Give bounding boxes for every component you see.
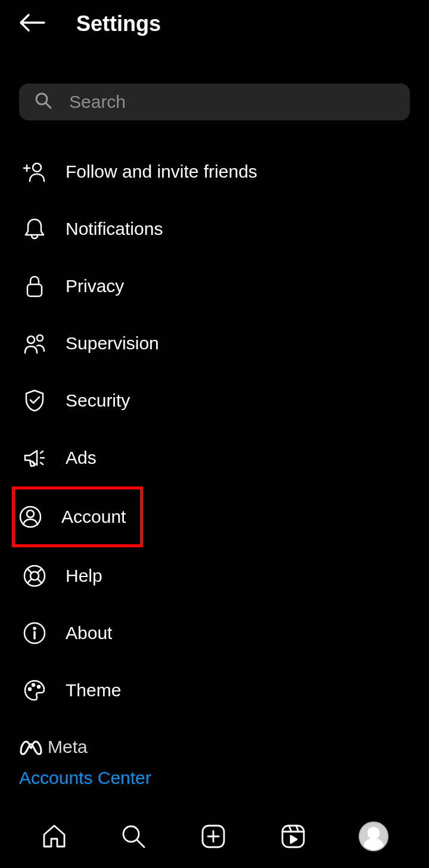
people-icon: [21, 330, 48, 356]
search-container: [19, 83, 410, 120]
search-icon: [120, 823, 147, 850]
meta-icon: [19, 739, 43, 755]
person-add-icon: [21, 159, 48, 185]
svg-point-3: [27, 336, 35, 343]
accounts-center-link[interactable]: Accounts Center: [19, 768, 410, 788]
svg-point-1: [33, 163, 41, 172]
shield-icon: [21, 388, 48, 414]
page-title: Settings: [76, 11, 161, 36]
meta-brand-text: Meta: [48, 737, 88, 757]
menu-label: Ads: [66, 448, 97, 468]
svg-point-11: [29, 688, 31, 690]
search-icon: [35, 92, 52, 112]
lifebuoy-icon: [21, 563, 48, 589]
svg-point-10: [34, 628, 36, 630]
meta-brand: Meta: [19, 737, 410, 757]
menu-item-about[interactable]: About: [19, 604, 410, 662]
plus-square-icon: [200, 823, 227, 850]
menu-item-security[interactable]: Security: [19, 372, 410, 429]
lock-icon: [21, 273, 48, 299]
menu-item-help[interactable]: Help: [19, 547, 410, 604]
menu-item-follow-invite[interactable]: Follow and invite friends: [19, 143, 410, 200]
meta-section: Meta Accounts Center: [0, 719, 429, 788]
menu-item-theme[interactable]: Theme: [19, 662, 410, 719]
svg-point-13: [38, 686, 40, 688]
account-icon: [17, 504, 43, 530]
menu-label: Privacy: [66, 276, 124, 296]
svg-point-4: [37, 335, 43, 341]
search-box[interactable]: [19, 83, 410, 120]
menu-label: Account: [61, 507, 126, 527]
nav-profile[interactable]: [359, 822, 388, 851]
reels-icon: [279, 823, 307, 850]
megaphone-icon: [21, 445, 48, 471]
nav-reels[interactable]: [279, 823, 307, 850]
svg-point-12: [32, 684, 35, 686]
menu-label: Theme: [66, 680, 121, 700]
search-input[interactable]: [69, 92, 394, 112]
palette-icon: [21, 677, 48, 703]
menu-label: Supervision: [66, 333, 159, 354]
nav-search[interactable]: [120, 823, 147, 850]
svg-rect-2: [27, 284, 42, 296]
menu-label: Help: [66, 566, 102, 586]
settings-menu: Follow and invite friends Notifications …: [0, 143, 429, 719]
back-button[interactable]: [18, 11, 46, 37]
bottom-nav: [0, 808, 429, 868]
avatar-icon: [359, 822, 388, 851]
nav-create[interactable]: [200, 823, 227, 850]
menu-item-supervision[interactable]: Supervision: [19, 315, 410, 372]
menu-item-privacy[interactable]: Privacy: [19, 258, 410, 315]
svg-point-6: [27, 510, 34, 517]
info-icon: [21, 620, 48, 646]
menu-item-ads[interactable]: Ads: [19, 429, 410, 486]
menu-label: About: [66, 623, 112, 643]
bell-icon: [21, 216, 48, 242]
arrow-left-icon: [18, 11, 46, 35]
nav-home[interactable]: [41, 823, 68, 850]
menu-label: Follow and invite friends: [66, 162, 257, 182]
menu-item-notifications[interactable]: Notifications: [19, 200, 410, 258]
menu-label: Notifications: [66, 219, 163, 239]
home-icon: [41, 823, 68, 850]
menu-label: Security: [66, 390, 130, 411]
menu-item-account[interactable]: Account: [12, 486, 143, 547]
header: Settings: [0, 0, 429, 48]
